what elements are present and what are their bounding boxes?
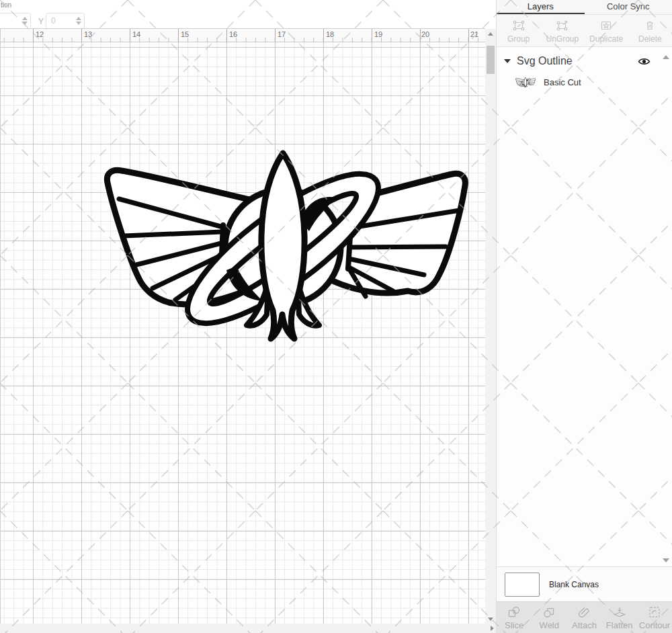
contour-label: Contour [639,620,670,630]
tab-layers[interactable]: Layers [497,0,585,14]
stepper-down-icon[interactable] [22,22,28,25]
design-canvas[interactable] [0,42,485,624]
duplicate-button[interactable]: Duplicate [585,19,628,44]
stepper-up-icon[interactable] [76,17,81,20]
vertical-scrollbar[interactable] [485,29,496,624]
scroll-down-icon[interactable] [485,614,496,624]
contour-icon [647,605,662,620]
weld-icon [542,605,556,620]
canvas-color-label: Blank Canvas [549,580,599,589]
delete-button[interactable]: Delete [628,19,672,44]
scroll-right-icon[interactable] [491,626,494,631]
ruler-tick-label: 15 [181,30,189,38]
ungroup-button[interactable]: UnGroup [540,19,584,44]
ruler-tick-label: 21 [470,30,478,38]
flatten-label: Flatten [606,620,633,630]
attach-button[interactable]: Attach [566,605,601,633]
caret-down-icon[interactable] [504,59,511,63]
y-stepper[interactable] [75,17,84,25]
horizontal-ruler: 12 13 14 15 16 17 18 19 20 21 [0,28,485,42]
stepper-up-icon[interactable] [22,17,28,20]
scroll-up-icon[interactable] [485,29,496,38]
canvas-area: tion 0 Y 0 12 13 14 15 16 [0,0,496,633]
attach-icon [577,605,592,620]
layer-group-row[interactable]: Svg Outline [497,47,672,71]
position-label: tion [1,1,11,9]
canvas-color-swatch[interactable] [505,573,540,597]
ruler-tick-label: 19 [374,30,382,38]
panel-tabs: Layers Color Sync [497,0,672,15]
ruler-tick-label: 13 [84,30,92,38]
panel-scroll-up-icon[interactable] [663,55,669,59]
ruler-tick-label: 16 [229,30,237,38]
flatten-icon [612,605,627,620]
layers-panel: Layers Color Sync Group [496,0,672,633]
position-toolbar: tion 0 Y 0 [0,0,496,28]
stepper-down-icon[interactable] [76,22,81,25]
slice-button[interactable]: Slice [497,605,532,633]
panel-scroll-down-icon[interactable] [663,558,669,562]
ungroup-label: UnGroup [546,34,579,44]
weld-button[interactable]: Weld [532,605,566,633]
layers-list: Svg Outline Basic Cut [497,47,672,566]
vertical-scrollbar-thumb[interactable] [487,46,495,74]
ruler-tick-label: 18 [326,30,334,38]
layer-row-basic-cut[interactable]: Basic Cut [497,71,672,93]
position-y-label: Y [38,17,44,26]
slice-icon [507,605,521,620]
x-stepper[interactable] [21,17,30,25]
ruler-tick-label: 17 [278,30,286,38]
slice-label: Slice [505,620,523,630]
delete-icon [643,19,657,32]
star-command-artwork[interactable] [101,144,471,346]
position-y-value: 0 [46,16,75,26]
layer-actions: Group UnGroup Duplicate [497,15,672,47]
ungroup-icon [556,19,569,32]
design-app: tion 0 Y 0 12 13 14 15 16 [0,0,672,633]
position-y-input[interactable]: 0 [46,13,85,29]
bottom-toolbar: Slice Weld Attach Flatten [497,601,672,633]
duplicate-icon [599,19,613,32]
position-x-input[interactable]: 0 [0,13,31,29]
tab-color-sync[interactable]: Color Sync [585,0,672,14]
horizontal-scrollbar[interactable] [0,624,496,633]
flatten-button[interactable]: Flatten [602,605,637,633]
position-x-value: 0 [0,16,21,26]
delete-label: Delete [638,34,662,44]
group-button[interactable]: Group [497,19,540,44]
duplicate-label: Duplicate [589,34,623,44]
ruler-tick-label: 12 [36,30,44,38]
ruler-tick-label: 20 [421,30,429,38]
group-icon [512,19,526,32]
visibility-toggle[interactable] [638,57,650,66]
attach-label: Attach [572,620,597,630]
layer-group-name: Svg Outline [517,55,638,67]
canvas-color-row[interactable]: Blank Canvas [497,566,672,601]
weld-label: Weld [540,620,559,630]
ruler-tick-label: 14 [132,30,140,38]
group-label: Group [507,34,530,44]
eye-icon [638,57,650,66]
layer-name: Basic Cut [544,77,581,87]
contour-button[interactable]: Contour [637,605,672,633]
layer-thumbnail [515,77,536,88]
